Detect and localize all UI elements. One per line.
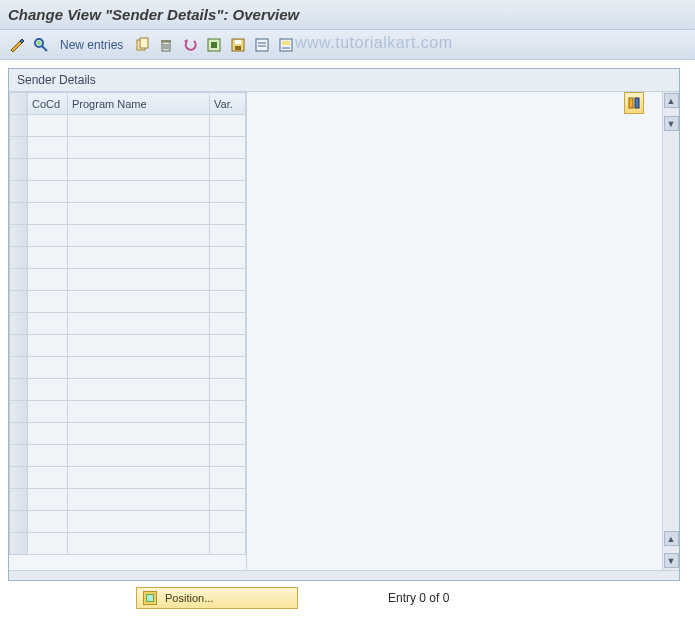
cell-var[interactable]: [210, 423, 246, 445]
toggle-display-change-icon[interactable]: [8, 36, 26, 54]
row-selector[interactable]: [10, 445, 28, 467]
cell-cocd[interactable]: [28, 423, 68, 445]
cell-program-name[interactable]: [68, 181, 210, 203]
col-header-program-name[interactable]: Program Name: [68, 93, 210, 115]
row-selector[interactable]: [10, 511, 28, 533]
cell-cocd[interactable]: [28, 401, 68, 423]
deselect-all-icon[interactable]: [253, 36, 271, 54]
row-selector[interactable]: [10, 379, 28, 401]
cell-cocd[interactable]: [28, 445, 68, 467]
cell-program-name[interactable]: [68, 269, 210, 291]
cell-cocd[interactable]: [28, 159, 68, 181]
cell-cocd[interactable]: [28, 181, 68, 203]
cell-program-name[interactable]: [68, 247, 210, 269]
copy-icon[interactable]: [133, 36, 151, 54]
table-settings-icon[interactable]: [624, 92, 644, 114]
cell-cocd[interactable]: [28, 247, 68, 269]
position-button[interactable]: Position...: [136, 587, 298, 609]
vertical-scrollbar[interactable]: ▲ ▼ ▲ ▼: [662, 92, 679, 570]
row-selector[interactable]: [10, 159, 28, 181]
cell-cocd[interactable]: [28, 313, 68, 335]
cell-var[interactable]: [210, 115, 246, 137]
cell-program-name[interactable]: [68, 423, 210, 445]
cell-program-name[interactable]: [68, 225, 210, 247]
cell-program-name[interactable]: [68, 203, 210, 225]
select-all-icon[interactable]: [205, 36, 223, 54]
cell-var[interactable]: [210, 357, 246, 379]
row-selector[interactable]: [10, 203, 28, 225]
cell-program-name[interactable]: [68, 137, 210, 159]
cell-cocd[interactable]: [28, 269, 68, 291]
row-selector[interactable]: [10, 467, 28, 489]
row-selector[interactable]: [10, 269, 28, 291]
cell-cocd[interactable]: [28, 533, 68, 555]
cell-program-name[interactable]: [68, 357, 210, 379]
cell-program-name[interactable]: [68, 379, 210, 401]
col-header-cocd[interactable]: CoCd: [28, 93, 68, 115]
cell-var[interactable]: [210, 291, 246, 313]
cell-cocd[interactable]: [28, 335, 68, 357]
row-selector[interactable]: [10, 357, 28, 379]
cell-program-name[interactable]: [68, 335, 210, 357]
cell-cocd[interactable]: [28, 379, 68, 401]
undo-icon[interactable]: [181, 36, 199, 54]
row-selector[interactable]: [10, 291, 28, 313]
row-selector[interactable]: [10, 423, 28, 445]
cell-var[interactable]: [210, 533, 246, 555]
cell-cocd[interactable]: [28, 357, 68, 379]
row-selector[interactable]: [10, 401, 28, 423]
row-selector[interactable]: [10, 247, 28, 269]
cell-var[interactable]: [210, 489, 246, 511]
save-icon[interactable]: [229, 36, 247, 54]
cell-var[interactable]: [210, 379, 246, 401]
row-selector[interactable]: [10, 181, 28, 203]
row-selector[interactable]: [10, 225, 28, 247]
row-selector[interactable]: [10, 489, 28, 511]
cell-cocd[interactable]: [28, 511, 68, 533]
cell-var[interactable]: [210, 203, 246, 225]
cell-program-name[interactable]: [68, 533, 210, 555]
cell-cocd[interactable]: [28, 467, 68, 489]
cell-var[interactable]: [210, 137, 246, 159]
cell-program-name[interactable]: [68, 159, 210, 181]
cell-program-name[interactable]: [68, 313, 210, 335]
cell-var[interactable]: [210, 401, 246, 423]
scroll-down2-icon[interactable]: ▲: [664, 531, 679, 546]
cell-program-name[interactable]: [68, 511, 210, 533]
cell-var[interactable]: [210, 269, 246, 291]
new-entries-button[interactable]: New entries: [56, 38, 127, 52]
col-header-var[interactable]: Var.: [210, 93, 246, 115]
cell-var[interactable]: [210, 225, 246, 247]
cell-program-name[interactable]: [68, 291, 210, 313]
cell-program-name[interactable]: [68, 445, 210, 467]
cell-var[interactable]: [210, 247, 246, 269]
cell-program-name[interactable]: [68, 467, 210, 489]
cell-program-name[interactable]: [68, 489, 210, 511]
cell-var[interactable]: [210, 467, 246, 489]
cell-cocd[interactable]: [28, 137, 68, 159]
find-icon[interactable]: [32, 36, 50, 54]
row-selector[interactable]: [10, 335, 28, 357]
cell-program-name[interactable]: [68, 115, 210, 137]
cell-var[interactable]: [210, 335, 246, 357]
cell-cocd[interactable]: [28, 489, 68, 511]
cell-var[interactable]: [210, 313, 246, 335]
cell-var[interactable]: [210, 159, 246, 181]
cell-var[interactable]: [210, 181, 246, 203]
row-selector[interactable]: [10, 115, 28, 137]
cell-cocd[interactable]: [28, 115, 68, 137]
cell-program-name[interactable]: [68, 401, 210, 423]
cell-cocd[interactable]: [28, 225, 68, 247]
cell-cocd[interactable]: [28, 291, 68, 313]
cell-cocd[interactable]: [28, 203, 68, 225]
delete-icon[interactable]: [157, 36, 175, 54]
row-selector-header[interactable]: [10, 93, 28, 115]
row-selector[interactable]: [10, 313, 28, 335]
cell-var[interactable]: [210, 511, 246, 533]
horizontal-scroll-area[interactable]: [9, 570, 679, 580]
select-block-icon[interactable]: [277, 36, 295, 54]
row-selector[interactable]: [10, 137, 28, 159]
cell-var[interactable]: [210, 445, 246, 467]
scroll-down-icon[interactable]: ▼: [664, 553, 679, 568]
row-selector[interactable]: [10, 533, 28, 555]
